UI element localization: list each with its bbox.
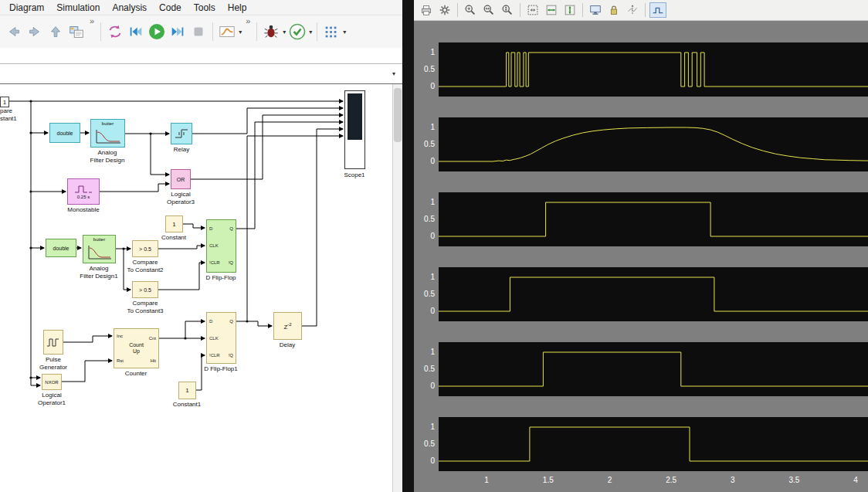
y-tick-label: 0.5 xyxy=(414,140,435,148)
zoom-x-icon[interactable] xyxy=(480,2,497,18)
port-label-cnt: Cnt xyxy=(149,336,156,341)
toolbar-overflow[interactable]: » xyxy=(246,15,250,25)
block-caption: Delay xyxy=(272,341,303,349)
toolbar-separator xyxy=(582,3,583,17)
block-logical-operator3[interactable]: OR xyxy=(171,169,191,189)
block-caption: Relay xyxy=(166,146,197,154)
cursor-measurements-icon[interactable] xyxy=(624,2,641,18)
new-model-icon[interactable] xyxy=(66,22,86,42)
menu-simulation[interactable]: Simulation xyxy=(50,1,106,15)
y-tick-label: 0.5 xyxy=(414,290,435,298)
menu-help[interactable]: Help xyxy=(222,1,253,15)
block-monostable[interactable]: 0.25 s xyxy=(67,178,100,205)
block-constant[interactable]: 1 xyxy=(165,215,183,232)
y-tick-label: 0 xyxy=(414,82,435,90)
zoom-y-icon[interactable] xyxy=(499,2,516,18)
dropdown-arrow[interactable]: ▾ xyxy=(343,29,346,36)
block-caption: Logical Operator1 xyxy=(32,392,71,406)
run-icon[interactable] xyxy=(147,22,167,42)
block-caption: Compare To Constant3 xyxy=(122,300,168,314)
simulink-editor-window: Diagram Simulation Analysis Code Tools H… xyxy=(0,0,402,492)
scope-plot-panel-6[interactable] xyxy=(439,417,868,471)
compare-icon[interactable] xyxy=(105,22,125,42)
block-text: butter xyxy=(83,237,115,242)
block-caption: Compare To Constant2 xyxy=(122,259,168,273)
block-relay[interactable] xyxy=(171,123,192,144)
scope-plot-area: 00.5100.5100.5100.5100.5100.5111.522.533… xyxy=(414,21,868,492)
menu-tools[interactable]: Tools xyxy=(188,1,222,15)
dropdown-arrow[interactable]: ▾ xyxy=(239,29,242,36)
square-wave-icon xyxy=(46,335,61,349)
scope-viewer-icon[interactable] xyxy=(217,22,237,42)
block-d-flip-flop1[interactable]: D CLK !CLR Q !Q xyxy=(206,312,236,364)
block-caption: Scope1 xyxy=(335,171,374,179)
display-icon[interactable] xyxy=(587,2,604,18)
port-label-d: D xyxy=(209,226,212,231)
dropdown-arrow[interactable]: ▾ xyxy=(283,29,286,36)
model-canvas[interactable]: 1 pare stant1 double butter Analog Filte… xyxy=(0,83,402,492)
block-data-type-conversion[interactable]: double xyxy=(49,123,80,143)
block-analog-filter-design[interactable]: butter xyxy=(90,119,125,148)
lock-axes-icon[interactable] xyxy=(605,2,622,18)
block-text: > 0.5 xyxy=(139,246,151,252)
block-caption: Analog Filter Design1 xyxy=(74,265,124,280)
autoscale-x-icon[interactable] xyxy=(543,2,560,18)
toolbar-overflow[interactable]: » xyxy=(90,15,94,25)
debug-icon[interactable] xyxy=(261,22,281,42)
trace-delayed-pulse xyxy=(439,342,868,396)
block-inport-partial[interactable]: 1 xyxy=(0,97,9,107)
y-tick-label: 0.5 xyxy=(414,439,435,448)
menu-code[interactable]: Code xyxy=(153,1,188,15)
block-scope1[interactable] xyxy=(344,90,365,169)
block-text: 1 xyxy=(172,221,175,228)
dropdown-arrow[interactable]: ▾ xyxy=(309,29,312,36)
block-compare-to-constant3[interactable]: > 0.5 xyxy=(132,281,158,298)
scope-plot-panel-1[interactable] xyxy=(439,42,868,97)
menu-diagram[interactable]: Diagram xyxy=(3,1,50,15)
block-constant1[interactable]: 1 xyxy=(178,382,196,399)
canvas-vertical-scrollbar[interactable] xyxy=(392,84,402,492)
scrollbar-thumb[interactable] xyxy=(394,88,402,142)
step-forward-icon[interactable] xyxy=(168,22,188,42)
zoom-in-icon[interactable] xyxy=(462,2,479,18)
highlight-signal-icon[interactable] xyxy=(649,2,666,18)
menu-analysis[interactable]: Analysis xyxy=(106,1,153,15)
x-tick-label: 2 xyxy=(598,476,621,484)
build-icon[interactable] xyxy=(321,22,341,42)
block-compare-to-constant2[interactable]: > 0.5 xyxy=(132,240,158,257)
block-caption: Counter xyxy=(117,370,155,378)
toolbar-separator xyxy=(317,22,317,41)
toolbar-separator xyxy=(256,22,257,41)
scope-plot-panel-5[interactable] xyxy=(439,342,868,396)
block-counter[interactable]: Inc Rst Cnt Hit Count Up xyxy=(114,328,159,368)
signal-wires xyxy=(0,84,402,492)
x-tick-label: 1 xyxy=(475,476,498,484)
forward-icon[interactable] xyxy=(25,22,45,42)
breadcrumb-dropdown-arrow[interactable]: ▾ xyxy=(392,70,395,77)
block-logical-operator1[interactable]: NXOR xyxy=(42,374,62,390)
scope-plot-panel-4[interactable] xyxy=(439,267,868,321)
block-d-flip-flop[interactable]: D CLK !CLR Q !Q xyxy=(206,219,236,273)
up-icon[interactable] xyxy=(46,22,66,42)
model-advisor-icon[interactable] xyxy=(287,22,307,42)
block-pulse-generator[interactable] xyxy=(43,330,63,355)
fit-view-icon[interactable] xyxy=(524,2,541,18)
print-icon[interactable] xyxy=(418,2,435,18)
block-analog-filter-design1[interactable]: butter xyxy=(83,235,116,263)
back-icon[interactable] xyxy=(4,22,24,42)
block-data-type-conversion1[interactable]: double xyxy=(46,239,76,257)
breadcrumb-bar[interactable]: ▾ xyxy=(0,63,402,83)
step-back-icon[interactable] xyxy=(126,22,146,42)
editor-toolbar: » ▾ » xyxy=(0,15,402,48)
scope-plot-panel-2[interactable] xyxy=(439,117,868,171)
block-caption-cutoff: pare stant1 xyxy=(0,107,23,122)
block-delay[interactable]: Z-2 xyxy=(273,312,302,340)
y-tick-label: 0 xyxy=(414,456,435,465)
block-text: 1 xyxy=(185,387,188,394)
autoscale-y-icon[interactable] xyxy=(561,2,578,18)
port-label-clr: !CLR xyxy=(209,353,220,358)
settings-gear-icon[interactable] xyxy=(436,2,453,18)
port-label-q: Q xyxy=(229,226,233,231)
stop-icon[interactable] xyxy=(188,22,209,42)
scope-plot-panel-3[interactable] xyxy=(439,192,868,246)
